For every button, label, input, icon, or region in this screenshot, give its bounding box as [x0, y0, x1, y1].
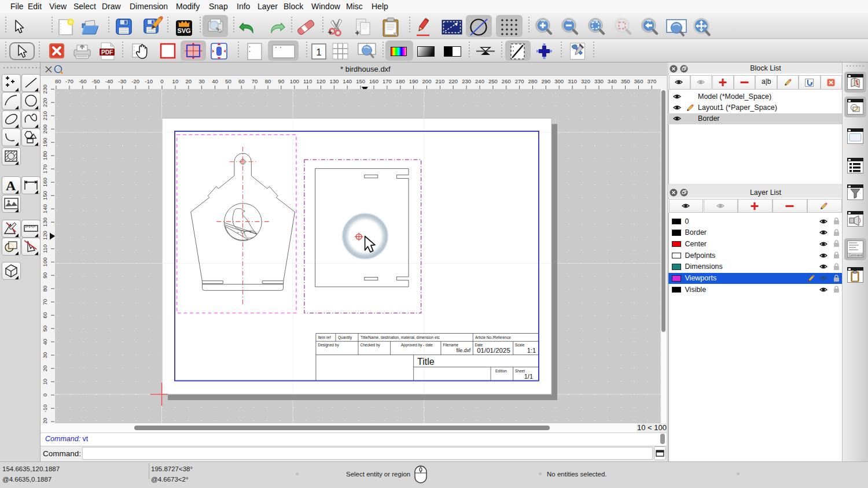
svg-text:140: 140	[42, 204, 48, 213]
svg-text:Quantity: Quantity	[338, 335, 352, 340]
svg-text:Approved by - date: Approved by - date	[401, 343, 433, 347]
svg-text:60: 60	[42, 312, 48, 319]
svg-text:200: 200	[42, 124, 48, 134]
svg-text:Date: Date	[475, 343, 483, 347]
svg-text:220: 220	[42, 98, 48, 107]
svg-text:140: 140	[343, 78, 352, 84]
svg-text:Scale: Scale	[515, 343, 525, 347]
svg-text:220: 220	[448, 78, 458, 84]
svg-text:360: 360	[634, 78, 643, 84]
svg-text:90: 90	[278, 78, 285, 84]
svg-text:Title/Name, destination, mater: Title/Name, destination, material, dimen…	[361, 335, 440, 339]
svg-text:Filename: Filename	[443, 343, 459, 347]
svg-text:80: 80	[265, 78, 271, 84]
svg-text:280: 280	[528, 78, 538, 84]
svg-text:160: 160	[42, 178, 48, 187]
svg-text:1:1: 1:1	[527, 347, 536, 354]
svg-text:200: 200	[422, 78, 432, 84]
svg-text:30: 30	[42, 352, 48, 358]
svg-text:Title: Title	[417, 357, 435, 367]
svg-text:230: 230	[42, 84, 48, 94]
svg-text:90: 90	[42, 272, 48, 279]
svg-text:-10: -10	[42, 404, 48, 412]
svg-text:170: 170	[42, 164, 48, 173]
svg-text:210: 210	[435, 78, 444, 84]
svg-text:80: 80	[55, 78, 61, 84]
svg-text:60: 60	[238, 78, 245, 84]
svg-text:01/01/2025: 01/01/2025	[477, 347, 510, 354]
svg-text:170: 170	[382, 78, 392, 84]
svg-text:270: 270	[515, 78, 524, 84]
svg-text:70: 70	[252, 78, 258, 84]
svg-text:130: 130	[42, 217, 48, 227]
svg-text:370: 370	[647, 78, 656, 84]
svg-text:Command: Command	[849, 253, 862, 257]
svg-text:-50: -50	[92, 78, 100, 84]
svg-text:-20: -20	[131, 78, 139, 84]
svg-text:-10: -10	[145, 78, 153, 84]
svg-text:SVG: SVG	[177, 27, 190, 34]
svg-text:40: 40	[42, 339, 48, 345]
svg-text:110: 110	[303, 78, 312, 84]
svg-text:Article No./Reference: Article No./Reference	[475, 335, 511, 339]
svg-text:-30: -30	[119, 78, 127, 84]
svg-text:100: 100	[290, 78, 299, 84]
svg-text:110: 110	[42, 245, 48, 253]
svg-text:70: 70	[42, 299, 48, 305]
svg-text:260: 260	[502, 78, 511, 84]
svg-text:Checked by: Checked by	[361, 343, 381, 347]
svg-text:240: 240	[475, 78, 484, 84]
svg-text:0: 0	[160, 78, 163, 84]
svg-text:-60: -60	[79, 78, 87, 84]
svg-text:290: 290	[541, 78, 550, 84]
svg-text:230: 230	[462, 78, 471, 84]
svg-text:40: 40	[212, 78, 218, 84]
svg-text:-40: -40	[105, 78, 113, 84]
svg-text:130: 130	[329, 78, 339, 84]
svg-text:120: 120	[317, 78, 326, 84]
svg-text:340: 340	[608, 78, 617, 84]
svg-text:Edition: Edition	[495, 369, 507, 373]
svg-text:10: 10	[42, 379, 48, 385]
svg-text:190: 190	[42, 138, 48, 147]
svg-text:10: 10	[172, 78, 179, 84]
svg-text:120: 120	[42, 231, 48, 240]
svg-text:Designed by: Designed by	[318, 343, 340, 347]
svg-text:20: 20	[186, 78, 192, 84]
svg-text:180: 180	[396, 78, 405, 84]
svg-text:160: 160	[369, 78, 378, 84]
svg-text:300: 300	[554, 78, 564, 84]
svg-text:1/1: 1/1	[524, 373, 533, 380]
svg-text:150: 150	[356, 78, 365, 84]
svg-text:A: A	[6, 178, 16, 193]
svg-text:150: 150	[42, 191, 48, 200]
svg-text:50: 50	[225, 78, 231, 84]
svg-text:100: 100	[42, 257, 48, 267]
svg-text:80: 80	[42, 286, 48, 292]
svg-text:0: 0	[42, 394, 48, 397]
svg-text:PDF: PDF	[101, 49, 113, 56]
svg-text:210: 210	[42, 111, 48, 120]
svg-text:1: 1	[316, 47, 321, 58]
svg-text:180: 180	[42, 151, 48, 160]
svg-text:350: 350	[621, 78, 630, 84]
svg-text:Item ref: Item ref	[318, 335, 331, 339]
svg-text:310: 310	[568, 78, 577, 84]
svg-text:Sheet: Sheet	[515, 369, 525, 373]
svg-text:50: 50	[42, 326, 48, 332]
svg-text:-70: -70	[65, 78, 73, 84]
svg-text:250: 250	[488, 78, 498, 84]
svg-text:file.dxf: file.dxf	[456, 347, 470, 353]
svg-text:190: 190	[409, 78, 418, 84]
svg-text:320: 320	[581, 78, 590, 84]
svg-text:30: 30	[198, 78, 205, 84]
svg-text:20: 20	[42, 365, 48, 372]
svg-text:330: 330	[594, 78, 604, 84]
